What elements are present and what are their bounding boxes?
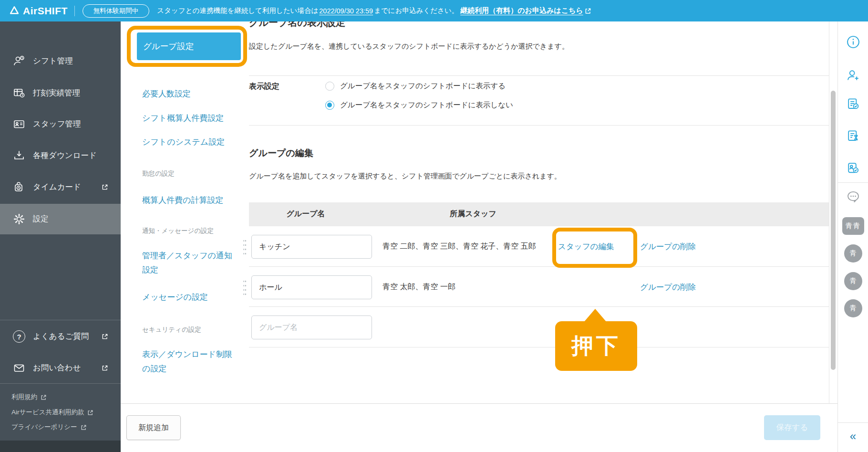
sidebar-item-label: スタッフ管理	[33, 119, 81, 129]
sidebar-item-timecard[interactable]: タイムカード	[0, 179, 121, 196]
terms-link[interactable]: 利用規約	[11, 392, 47, 402]
right-icon-rail: 青青 青 青 青 «	[837, 21, 868, 452]
privacy-policy-link[interactable]: プライバシーポリシー	[11, 422, 87, 432]
top-bar: AirSHIFT 無料体験期間中 スタッフとの連携機能を継続して利用したい場合は…	[0, 0, 868, 21]
external-link-icon	[102, 365, 108, 371]
staff-avatar-pair[interactable]: 青青	[842, 217, 864, 235]
add-new-button[interactable]: 新規追加	[126, 415, 181, 440]
nav-item-display-download-limit[interactable]: 表示／ダウンロード制限の設定	[142, 347, 238, 376]
divider	[829, 21, 829, 403]
divider	[0, 320, 121, 320]
nav-header-notifications: 通知・メッセージの設定	[142, 227, 238, 235]
nav-item-notification-settings[interactable]: 管理者／スタッフの通知設定	[142, 249, 238, 277]
radio-show-label: グループ名をスタッフのシフトボードに表示する	[340, 81, 506, 91]
rail-footer: «	[838, 422, 868, 452]
edit-staff-link[interactable]: スタッフの編集	[558, 242, 614, 252]
new-group-name-input[interactable]	[251, 315, 372, 339]
sidebar-item-label: 設定	[33, 214, 49, 224]
sidebar-item-shift-management[interactable]: シフト管理	[0, 53, 121, 70]
radio-show-group-name[interactable]: グループ名をスタッフのシフトボードに表示する	[325, 81, 506, 91]
edit-section-description: グループ名を追加してスタッフを選択すると、シフト管理画面でグループごとに表示され…	[249, 172, 561, 181]
column-group-name: グループ名	[263, 209, 349, 219]
question-circle-icon: ?	[13, 330, 25, 343]
divider	[74, 6, 75, 16]
group-settings-page: グループ名の表示設定 設定したグループ名を、連携しているスタッフのシフトボードに…	[243, 0, 830, 452]
document-check-icon[interactable]	[846, 97, 860, 111]
air-common-terms-label: Airサービス共通利用約款	[11, 408, 84, 417]
nav-item-labor-cost-calc[interactable]: 概算人件費の計算設定	[142, 193, 238, 208]
external-link-icon	[41, 394, 47, 400]
chat-dots-icon[interactable]	[846, 189, 860, 204]
group-row-kitchen: 青空 二郎、青空 三郎、青空 花子、青空 五郎 スタッフの編集 グループの削除	[249, 226, 829, 267]
sidebar-item-label: よくあるご質問	[33, 331, 89, 342]
edit-section-title: グループの編集	[249, 147, 313, 159]
air-common-terms-link[interactable]: Airサービス共通利用約款	[11, 407, 93, 418]
group-row-new: スタッフの編集	[249, 307, 829, 347]
delete-group-link[interactable]: グループの削除	[640, 242, 696, 252]
nav-item-shift-system[interactable]: シフトのシステム設定	[142, 135, 238, 149]
card-person-check-icon[interactable]	[846, 161, 860, 175]
radio-unselected-icon[interactable]	[325, 82, 334, 91]
nav-item-message-settings[interactable]: メッセージの設定	[142, 290, 238, 305]
document-hourglass-icon[interactable]	[846, 129, 860, 143]
divider	[838, 182, 868, 183]
paid-signup-label: 継続利用（有料）のお申込みはこちら	[460, 6, 583, 15]
save-button[interactable]: 保存する	[764, 415, 820, 440]
sidebar-item-timestamp-records[interactable]: 打刻実績管理	[0, 84, 121, 102]
person-add-icon[interactable]	[846, 68, 860, 83]
timestamp-table-icon	[13, 87, 25, 99]
nav-header-security: セキュリティの設定	[142, 326, 238, 334]
message-prefix: スタッフとの連携機能を継続して利用したい場合は	[157, 6, 318, 15]
nav-item-required-staff[interactable]: 必要人数設定	[142, 87, 238, 101]
airshift-app: グループ名の表示設定 設定したグループ名を、連携しているスタッフのシフトボードに…	[0, 0, 868, 452]
sidebar-item-faq[interactable]: ? よくあるご質問	[0, 328, 121, 345]
trial-badge: 無料体験期間中	[83, 4, 150, 18]
divider	[249, 75, 829, 76]
info-icon[interactable]	[846, 35, 860, 49]
timecard-icon	[13, 181, 25, 193]
nav-header-attendance: 勤怠の設定	[142, 169, 238, 178]
delete-group-link[interactable]: グループの削除	[640, 282, 696, 293]
staff-avatar[interactable]: 青	[844, 299, 862, 317]
staff-list: 青空 太郎、青空 一郎	[382, 282, 455, 292]
group-name-input[interactable]	[251, 275, 372, 299]
envelope-icon	[13, 362, 25, 374]
paid-signup-link[interactable]: 継続利用（有料）のお申込みはこちら	[460, 6, 591, 15]
external-link-icon	[102, 333, 108, 340]
download-icon	[13, 149, 25, 162]
divider	[0, 383, 121, 384]
external-link-icon	[102, 184, 108, 190]
airshift-logo: AirSHIFT	[9, 5, 68, 17]
vertical-scrollbar[interactable]	[831, 91, 836, 370]
sidebar-item-settings[interactable]: 設定	[0, 210, 121, 228]
radio-selected-icon[interactable]	[325, 101, 334, 110]
gear-icon	[13, 213, 25, 225]
sidebar-item-downloads[interactable]: 各種ダウンロード	[0, 147, 121, 164]
sidebar-item-label: シフト管理	[33, 56, 73, 66]
nav-item-group-settings[interactable]: グループ設定	[137, 32, 241, 60]
collapse-rail-button[interactable]: «	[850, 430, 856, 443]
column-staff: 所属スタッフ	[430, 209, 516, 219]
nav-item-shift-labor-cost[interactable]: シフト概算人件費設定	[142, 111, 238, 126]
main-sidebar: シフト管理 打刻実績管理 スタッフ管理 各種ダウンロード タイムカード 設定 ?…	[0, 21, 121, 452]
external-link-icon	[87, 410, 93, 416]
deadline-date: 2022/09/30 23:59	[319, 7, 373, 15]
sidebar-item-contact[interactable]: お問い合わせ	[0, 359, 121, 377]
external-link-icon	[585, 8, 591, 14]
group-row-hall: 青空 太郎、青空 一郎 グループの削除 押下	[249, 267, 829, 307]
privacy-policy-label: プライバシーポリシー	[11, 423, 77, 431]
action-footer: 新規追加 保存する	[121, 403, 837, 452]
staff-avatar[interactable]: 青	[844, 244, 862, 263]
radio-hide-label: グループ名をスタッフのシフトボードに表示しない	[340, 100, 513, 110]
staff-list: 青空 二郎、青空 三郎、青空 花子、青空 五郎	[382, 242, 536, 252]
collapse-sidebar-button[interactable]: «	[103, 449, 109, 452]
sidebar-footer: «	[0, 441, 121, 452]
group-name-input[interactable]	[251, 235, 372, 259]
group-table-header: グループ名 所属スタッフ	[249, 202, 829, 226]
air-droplet-icon	[9, 5, 20, 17]
staff-avatar[interactable]: 青	[844, 272, 862, 290]
sidebar-item-staff-management[interactable]: スタッフ管理	[0, 116, 121, 133]
id-card-icon	[13, 118, 25, 130]
divider	[249, 125, 829, 126]
radio-hide-group-name[interactable]: グループ名をスタッフのシフトボードに表示しない	[325, 100, 513, 110]
